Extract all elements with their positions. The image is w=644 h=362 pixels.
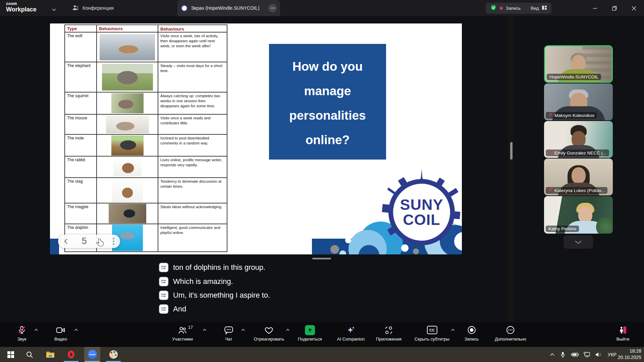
opera-browser-icon[interactable] (63, 347, 79, 362)
audio-button[interactable]: Звук (17, 324, 26, 342)
table-row: The wolf Visits once a week, lots of act… (65, 33, 227, 62)
video-tile-kateryna-lokes[interactable]: Kateryna Lokes (Poltav... (544, 159, 613, 195)
coil-logo-text: SUNY COIL (393, 184, 450, 241)
workspace-chevron-down-icon[interactable] (52, 6, 56, 12)
start-button[interactable] (3, 347, 19, 362)
tray-speaker-icon[interactable] (593, 347, 604, 362)
tab-shared-screen[interactable]: Экран (HopeWindle.SUNYCOIL) (177, 0, 280, 16)
suny-coil-logo: SUNY COIL (388, 179, 455, 245)
chat-button[interactable]: Чат (224, 324, 233, 342)
paint-app-icon[interactable] (105, 347, 121, 362)
logo-suny: SUNY (400, 197, 443, 212)
recording-dot-icon (500, 7, 503, 10)
caption-line: SUNYCOIL Which is amazing. (159, 277, 233, 286)
tab-shared-screen-label: Экран (HopeWindle.SUNYCOIL) (191, 5, 265, 11)
tray-battery-icon[interactable] (569, 347, 581, 362)
react-button[interactable]: Отреагировать (254, 324, 284, 342)
animal-type-cell: The elephant (65, 62, 97, 92)
behaviour-cell: Tendency to dominate discussion at certa… (158, 178, 227, 203)
view-label[interactable]: Вид (531, 6, 539, 11)
caption-line: SUNYCOIL Um, it's something I aspire to. (159, 291, 270, 300)
tray-network-icon[interactable] (582, 347, 593, 362)
animal-type-cell: The mouse (65, 115, 97, 134)
video-options-chevron-icon[interactable] (74, 326, 78, 333)
collapse-video-strip-button[interactable] (564, 235, 593, 249)
scrollbar-thumb[interactable] (510, 142, 513, 160)
camera-icon (56, 324, 65, 336)
search-icon[interactable] (21, 347, 38, 362)
video-label: Видео (54, 337, 67, 342)
scrollbar-track (508, 16, 514, 322)
participants-icon (178, 324, 187, 336)
recording-label[interactable]: Запись (506, 6, 521, 11)
decor-circle (401, 244, 409, 252)
clock-date: 20.10.2025 (618, 354, 641, 361)
meeting-status-pill: Запись Вид (486, 3, 551, 14)
animal-type-cell: The magpie (65, 203, 97, 224)
building-icon (451, 211, 461, 219)
muted-mic-icon (548, 113, 553, 118)
people-icon (72, 5, 79, 12)
chat-icon (224, 324, 233, 336)
leave-meeting-button[interactable]: Выйти (616, 324, 630, 342)
language-label: УКР (608, 352, 616, 357)
record-button[interactable]: Запись (465, 324, 479, 342)
view-layout-icon[interactable] (542, 5, 547, 11)
participant-name: Kathy Perkins (548, 226, 576, 231)
record-label: Запись (465, 337, 479, 342)
restore-button[interactable] (607, 3, 622, 14)
table-row: The rabbit Lives online, prolific messag… (65, 157, 227, 178)
previous-slide-button[interactable] (61, 235, 71, 248)
more-ellipsis-icon (506, 324, 515, 336)
react-options-chevron-icon[interactable] (286, 326, 290, 333)
close-button[interactable] (627, 3, 641, 14)
participant-name-label: Emily Gonzalez NECC (... (546, 149, 609, 156)
caption-resize-handle[interactable] (312, 258, 331, 259)
ai-companion-icon (346, 324, 356, 336)
tray-mic-icon[interactable] (557, 347, 568, 362)
share-screen-button[interactable]: Поделиться (298, 324, 322, 342)
audio-options-chevron-icon[interactable] (35, 326, 38, 333)
file-explorer-icon[interactable] (42, 347, 58, 362)
participants-options-chevron-icon[interactable] (203, 326, 207, 333)
tab-conference[interactable]: Конференция (72, 0, 114, 16)
building-icon (382, 204, 392, 213)
video-tile-emily-gonzalez[interactable]: Emily Gonzalez NECC (... (544, 121, 613, 158)
behaviour-cell: Visits once a week, lots of activity, th… (158, 33, 227, 62)
security-shield-icon[interactable] (490, 4, 497, 12)
slide-page-number: 5 (78, 236, 90, 246)
video-tile-hope-windle[interactable]: HopeWindle.SUNYCOIL (544, 45, 613, 83)
participant-name: Maksym Kolesnikov (554, 113, 594, 118)
hide-captions-button[interactable]: CC Скрыть субтитры (415, 324, 449, 342)
participant-name: Kateryna Lokes (Poltav... (554, 188, 605, 193)
video-button[interactable]: Видео (54, 324, 67, 342)
windows-taskbar: zoom УКР 18:28 20.10.2025 (0, 347, 644, 362)
video-tile-maksym-kolesnikov[interactable]: Maksym Kolesnikov (544, 83, 613, 120)
slide-title-line: online? (269, 128, 386, 152)
chat-options-chevron-icon[interactable] (241, 326, 245, 333)
pagination-menu-icon[interactable] (108, 235, 118, 248)
tray-language-indicator[interactable]: УКР (605, 347, 619, 362)
captions-options-chevron-icon[interactable] (451, 326, 455, 333)
animal-type-cell: The stag (65, 178, 97, 203)
zoom-workplace-window: zoom Workplace Конференция Экран (HopeWi… (0, 0, 644, 362)
rabbit-photo (113, 157, 142, 177)
apps-button[interactable]: Приложения (376, 324, 401, 342)
tab-more-options-icon[interactable] (268, 4, 277, 12)
more-button[interactable]: Дополнительно (495, 324, 526, 342)
window-title-bar: zoom Workplace Конференция Экран (HopeWi… (0, 0, 644, 16)
decor-circle (345, 237, 351, 243)
tray-chevron-up-icon[interactable] (547, 347, 557, 362)
video-tile-kathy-perkins[interactable]: Kathy Perkins (544, 196, 613, 234)
ai-companion-button[interactable]: AI Companion (337, 324, 365, 342)
clock-time: 18:28 (618, 348, 641, 354)
chat-label: Чат (225, 337, 232, 342)
tray-clock[interactable]: 18:28 20.10.2025 (618, 348, 641, 361)
zoom-app-icon[interactable]: zoom (84, 347, 100, 362)
participants-label: Участники (172, 337, 193, 342)
minimize-button[interactable] (588, 3, 602, 14)
behaviour-cell: Inclined to post disembodied comments in… (158, 135, 227, 156)
squirrel-photo (111, 93, 144, 113)
behaviour-cell: Visits once a week reads and contributes… (158, 115, 227, 134)
slide-title-line: manage (269, 79, 386, 103)
